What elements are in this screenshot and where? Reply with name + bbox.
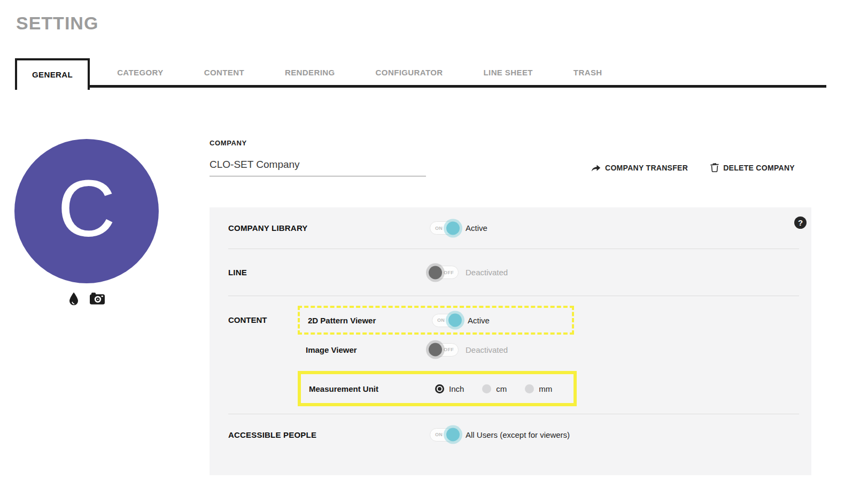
radio-option-mm[interactable]: mm <box>525 384 552 393</box>
toggle-knob <box>429 343 442 357</box>
radio-inch-label: Inch <box>449 384 464 393</box>
company-library-row: COMPANY LIBRARY ON Active <box>210 207 811 249</box>
content-section: CONTENT 2D Pattern Viewer ON Active <box>210 296 811 414</box>
trash-icon <box>710 163 719 172</box>
company-actions: COMPANY TRANSFER DELETE COMPANY <box>591 163 795 176</box>
help-icon[interactable]: ? <box>794 216 807 229</box>
tab-bar: GENERAL CATEGORY CONTENT RENDERING CONFI… <box>15 58 826 88</box>
general-settings-content: C <box>0 139 868 475</box>
toggle-on-text: ON <box>435 432 443 437</box>
radio-option-cm[interactable]: cm <box>482 384 507 393</box>
tab-category[interactable]: CATEGORY <box>104 59 177 85</box>
transfer-arrow-icon <box>591 164 601 172</box>
toggle-on-text: ON <box>435 226 443 231</box>
accessible-people-row: ACCESSIBLE PEOPLE ON All Users (except f… <box>210 414 811 455</box>
avatar-tools <box>1 292 172 306</box>
toggle-knob <box>429 266 442 279</box>
company-transfer-label: COMPANY TRANSFER <box>605 164 688 172</box>
delete-company-button[interactable]: DELETE COMPANY <box>710 163 795 172</box>
content-section-label: CONTENT <box>228 306 298 324</box>
company-library-status: Active <box>466 223 487 233</box>
radio-unselected-icon <box>482 384 491 393</box>
accessible-people-toggle[interactable]: ON <box>430 428 459 442</box>
pattern-viewer-toggle[interactable]: ON <box>432 314 461 327</box>
image-viewer-row: Image Viewer OFF Deactivated <box>298 336 574 363</box>
pattern-viewer-label: 2D Pattern Viewer <box>308 316 432 325</box>
radio-mm-label: mm <box>539 384 552 393</box>
line-toggle[interactable]: OFF <box>430 266 459 279</box>
image-viewer-wrap: Image Viewer OFF Deactivated <box>298 336 574 363</box>
measurement-unit-label: Measurement Unit <box>309 384 433 393</box>
toggle-knob <box>446 428 460 442</box>
company-name-row: COMPANY TRANSFER DELETE COMPANY <box>210 147 818 176</box>
image-viewer-status: Deactivated <box>466 345 508 354</box>
toggle-knob <box>446 221 460 235</box>
company-avatar: C <box>14 139 159 283</box>
accessible-people-status: All Users (except for viewers) <box>466 430 570 439</box>
tab-rendering[interactable]: RENDERING <box>272 59 348 85</box>
line-label: LINE <box>228 268 430 277</box>
toggle-off-text: OFF <box>444 347 454 352</box>
camera-icon <box>89 292 105 305</box>
accessible-people-label: ACCESSIBLE PEOPLE <box>228 430 430 439</box>
tab-trash[interactable]: TRASH <box>560 59 616 85</box>
pattern-viewer-highlight-dashed: 2D Pattern Viewer ON Active <box>298 306 574 335</box>
pattern-viewer-status: Active <box>468 316 490 325</box>
pattern-viewer-row: 2D Pattern Viewer ON Active <box>300 308 572 332</box>
tab-configurator[interactable]: CONFIGURATOR <box>362 59 456 85</box>
company-avatar-initial: C <box>58 168 115 254</box>
toggle-on-text: ON <box>437 318 445 323</box>
tab-line-sheet[interactable]: LINE SHEET <box>470 59 546 85</box>
droplet-icon <box>68 292 80 306</box>
content-sub-rows: 2D Pattern Viewer ON Active Image Viewer <box>298 306 799 406</box>
delete-company-label: DELETE COMPANY <box>723 164 795 172</box>
measurement-unit-highlight-solid: Measurement Unit Inch cm <box>298 371 577 406</box>
radio-option-inch[interactable]: Inch <box>435 384 464 393</box>
company-name-input[interactable] <box>210 157 426 176</box>
image-viewer-label: Image Viewer <box>306 345 430 354</box>
radio-cm-label: cm <box>496 384 507 393</box>
toggle-off-text: OFF <box>444 270 454 275</box>
tab-content[interactable]: CONTENT <box>191 59 258 85</box>
company-transfer-button[interactable]: COMPANY TRANSFER <box>591 163 688 172</box>
measurement-unit-radio-group: Inch cm mm <box>435 384 552 393</box>
toggle-knob <box>448 314 462 327</box>
company-settings-panel: ? COMPANY LIBRARY ON Active LINE OFF Dea… <box>210 207 811 475</box>
company-avatar-column: C <box>0 139 210 475</box>
company-settings-column: COMPANY COMPANY TRANSFER <box>210 139 818 475</box>
measurement-unit-row: Measurement Unit Inch cm <box>301 374 574 403</box>
radio-selected-icon <box>435 384 444 393</box>
line-row: LINE OFF Deactivated <box>210 249 811 296</box>
avatar-photo-upload-button[interactable] <box>89 292 105 306</box>
company-field-label: COMPANY <box>210 139 818 147</box>
page-title: SETTING <box>16 13 868 34</box>
radio-unselected-icon <box>525 384 534 393</box>
tab-general[interactable]: GENERAL <box>15 58 90 90</box>
company-library-toggle[interactable]: ON <box>430 221 459 235</box>
avatar-color-picker-button[interactable] <box>68 292 80 306</box>
line-status: Deactivated <box>466 268 508 277</box>
company-library-label: COMPANY LIBRARY <box>228 223 430 233</box>
image-viewer-toggle[interactable]: OFF <box>430 343 459 357</box>
